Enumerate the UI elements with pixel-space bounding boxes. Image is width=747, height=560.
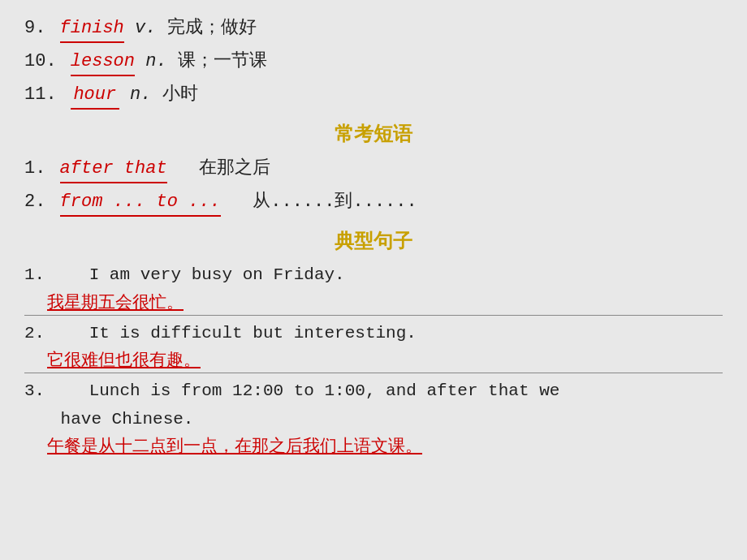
phrase-def-2: 从......到...... bbox=[253, 192, 417, 212]
sentence-block-2: 2. It is difficult but interesting. 它很难但… bbox=[24, 321, 723, 374]
vocab-def-9: 完成；做好 bbox=[167, 18, 257, 38]
vocab-num-9: 9. bbox=[24, 18, 45, 38]
phrase-blank-1: after that bbox=[60, 155, 167, 183]
vocab-blank-9: finish bbox=[60, 15, 124, 43]
phrases-title: 常考短语 bbox=[24, 121, 723, 147]
vocab-section: 9. finish v. 完成；做好 10. lesson n. 课；一节课 1… bbox=[24, 15, 723, 110]
sentence-translation-2: 它很难但也很有趣。 bbox=[24, 348, 723, 371]
main-page: 9. finish v. 完成；做好 10. lesson n. 课；一节课 1… bbox=[0, 0, 747, 560]
divider-2 bbox=[24, 373, 723, 373]
sentence-block-1: 1. I am very busy on Friday. 我星期五会很忙。 bbox=[24, 262, 723, 316]
vocab-blank-10: lesson bbox=[71, 48, 135, 76]
divider-1 bbox=[24, 315, 723, 316]
vocab-num-11: 11. bbox=[24, 84, 57, 105]
vocab-blank-11: hour bbox=[71, 81, 119, 110]
vocab-pos-9: v. bbox=[135, 18, 156, 38]
vocab-item-10: 10. lesson n. 课；一节课 bbox=[24, 48, 723, 76]
vocab-pos-11: n. bbox=[130, 84, 151, 105]
phrase-blank-2: from ... to ... bbox=[60, 188, 221, 217]
phrase-def-1: 在那之后 bbox=[199, 158, 270, 179]
phrase-item-2: 2. from ... to ... 从......到...... bbox=[24, 188, 723, 217]
sentence-block-3: 3. Lunch is from 12:00 to 1:00, and afte… bbox=[24, 378, 723, 457]
vocab-num-10: 10. bbox=[24, 51, 57, 71]
sentence-english-3a: 3. Lunch is from 12:00 to 1:00, and afte… bbox=[24, 378, 723, 405]
sentence-english-1: 1. I am very busy on Friday. bbox=[24, 262, 723, 289]
sentence-english-3b: have Chinese. bbox=[24, 407, 723, 433]
phrase-num-2: 2. bbox=[24, 192, 45, 212]
sentences-title: 典型句子 bbox=[24, 228, 723, 254]
vocab-pos-10: n. bbox=[145, 51, 166, 71]
vocab-def-10: 课；一节课 bbox=[178, 51, 267, 71]
vocab-def-11: 小时 bbox=[162, 84, 198, 105]
phrase-item-1: 1. after that 在那之后 bbox=[24, 155, 723, 183]
vocab-item-11: 11. hour n. 小时 bbox=[24, 81, 723, 110]
phrase-num-1: 1. bbox=[24, 158, 45, 179]
sentence-translation-1: 我星期五会很忙。 bbox=[24, 291, 723, 313]
sentence-translation-3: 午餐是从十二点到一点，在那之后我们上语文课。 bbox=[24, 434, 723, 457]
sentence-english-2: 2. It is difficult but interesting. bbox=[24, 321, 723, 347]
vocab-item-9: 9. finish v. 完成；做好 bbox=[24, 15, 723, 43]
phrases-section: 1. after that 在那之后 2. from ... to ... 从.… bbox=[24, 155, 723, 217]
